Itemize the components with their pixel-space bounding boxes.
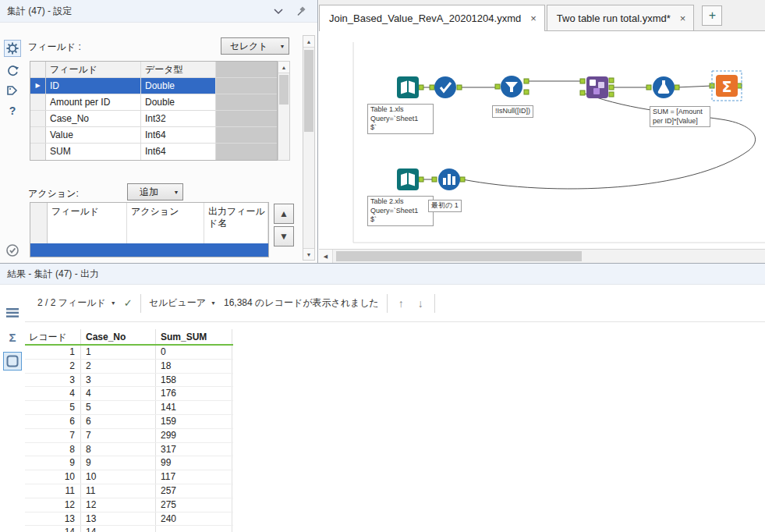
results-row[interactable]: 33158 [25, 374, 233, 388]
fields-table-scrollbar[interactable]: ▲ [278, 61, 290, 161]
move-up-button[interactable]: ▲ [274, 204, 294, 224]
record-number-cell: 1 [25, 346, 81, 359]
value-cell: 0 [156, 346, 232, 359]
field-name-cell: Amount per ID [46, 94, 141, 110]
value-cell: 99 [156, 456, 232, 470]
output-field-column-header: 出力フィールド名 [204, 203, 268, 243]
annotation-table1[interactable]: Table 1.xls Query=`Sheet1 $` [367, 104, 434, 134]
previous-record-button[interactable]: ↑ [395, 297, 407, 310]
configuration-scrollbar[interactable]: ▲ ▼ [303, 35, 315, 261]
value-cell: 9 [81, 456, 156, 470]
apply-check-icon[interactable] [4, 242, 21, 259]
filler-cell [216, 111, 277, 126]
value-cell: 6 [81, 415, 156, 428]
summarize-tool[interactable]: Σ [712, 71, 742, 101]
filler-cell [216, 144, 277, 160]
filter-tool[interactable] [501, 76, 522, 98]
workflow-canvas[interactable]: Σ Table 1. [319, 31, 765, 248]
scroll-left-icon[interactable]: ◀ [319, 250, 333, 263]
results-row[interactable]: 1414 [25, 526, 233, 532]
row-selector: ▶ [30, 78, 46, 94]
results-panel-header: 結果 - 集計 (47) - 出力 [0, 264, 765, 285]
annotation-formula[interactable]: SUM = [Amount per ID]*[Value] [650, 106, 710, 127]
results-toolbar: 2 / 2 フィールド ▼ ✓ セルビューア ▼ 16,384 のレコードが表示… [25, 285, 765, 322]
join-tool[interactable] [586, 76, 608, 98]
input-tool-table1[interactable] [397, 76, 419, 98]
field-name-cell: SUM [46, 144, 141, 160]
settings-gear-icon[interactable] [4, 40, 21, 57]
results-row[interactable]: 55141 [25, 401, 233, 415]
scroll-up-icon[interactable]: ▲ [278, 62, 289, 73]
value-cell: 317 [156, 443, 232, 456]
actions-table-selected-row[interactable] [30, 243, 268, 257]
up-arrow-icon: ▲ [279, 208, 289, 219]
refresh-icon[interactable] [4, 62, 21, 79]
scroll-down-icon[interactable]: ▼ [303, 248, 314, 260]
fields-label: フィールド : [28, 41, 81, 54]
input-tool-table2[interactable] [397, 168, 419, 190]
metadata-view-icon[interactable]: Σ [3, 328, 22, 346]
grid-view-icon[interactable] [3, 303, 22, 322]
results-row[interactable]: 88317 [25, 443, 233, 457]
pin-icon[interactable] [296, 6, 306, 17]
help-icon[interactable]: ? [4, 102, 21, 119]
fields-filter-dropdown[interactable]: 2 / 2 フィールド ▼ [37, 296, 116, 310]
scroll-up-icon[interactable]: ▲ [303, 36, 314, 48]
results-grid: レコード Case_No Sum_SUM 1102218331584417655… [25, 329, 233, 532]
record-number-cell: 2 [25, 360, 81, 373]
scrollbar-thumb[interactable] [279, 75, 289, 105]
collapse-chevron-icon[interactable] [274, 6, 285, 17]
value-cell: 13 [81, 512, 156, 526]
toolbar-divider [387, 294, 388, 313]
sum-sum-column-header[interactable]: Sum_SUM [156, 329, 232, 344]
browse-view-icon[interactable] [3, 352, 22, 371]
select-tool[interactable] [434, 76, 456, 98]
fields-table-row[interactable]: ValueInt64 [30, 127, 277, 144]
scrollbar-thumb[interactable] [304, 50, 313, 132]
results-row[interactable]: 44176 [25, 387, 233, 401]
fields-table-row[interactable]: SUMInt64 [30, 144, 277, 160]
canvas-horizontal-scrollbar[interactable]: ◀ [319, 249, 765, 263]
record-column-header: レコード [25, 329, 81, 344]
data-type-cell: Double [141, 78, 216, 94]
results-row[interactable]: 77299 [25, 429, 233, 443]
results-row[interactable]: 1212275 [25, 498, 233, 512]
annotation-tag-icon[interactable] [4, 82, 21, 99]
scrollbar-thumb[interactable] [336, 251, 582, 261]
tab-join-based-value[interactable]: Join_Based_Value_RevA_20201204.yxmd × [319, 5, 545, 31]
results-row[interactable]: 110 [25, 346, 233, 360]
close-icon[interactable]: × [530, 12, 537, 24]
formula-tool[interactable] [653, 76, 675, 98]
fields-table-row[interactable]: Case_NoInt32 [30, 111, 277, 127]
results-row[interactable]: 1111257 [25, 484, 233, 498]
fields-table-row[interactable]: Amount per IDDouble [30, 94, 277, 111]
results-row[interactable]: 1313240 [25, 512, 233, 527]
add-dropdown-button[interactable]: 追加 ▼ [127, 183, 183, 200]
next-record-button[interactable]: ↓ [415, 297, 427, 310]
filler-cell [216, 94, 277, 110]
tab-two-table-run-total[interactable]: Two table run total.yxmd* × [547, 5, 695, 30]
results-row[interactable]: 9999 [25, 456, 233, 470]
value-cell: 275 [156, 498, 232, 512]
configuration-panel-header: 集計 (47) - 設定 [0, 0, 317, 23]
fields-table-row[interactable]: ▶IDDouble [30, 78, 277, 94]
value-cell: 158 [156, 374, 232, 387]
annotation-filter[interactable]: !IsNull([ID]) [492, 105, 533, 118]
move-down-button[interactable]: ▼ [274, 226, 294, 246]
annotation-table2[interactable]: Table 2.xls Query=`Sheet1 $` [367, 196, 434, 226]
action-field-column-header: フィールド [48, 203, 127, 243]
case-no-column-header[interactable]: Case_No [81, 329, 156, 344]
apply-check-icon[interactable]: ✓ [124, 297, 133, 309]
cell-viewer-dropdown[interactable]: セルビューア ▼ [149, 296, 216, 310]
results-row[interactable]: 66159 [25, 415, 233, 429]
close-icon[interactable]: × [680, 12, 686, 24]
results-row[interactable]: 1010117 [25, 470, 233, 484]
record-number-cell: 4 [25, 387, 81, 400]
results-row[interactable]: 2218 [25, 360, 233, 374]
annotation-sample[interactable]: 最初の 1 [428, 200, 462, 212]
select-dropdown-button[interactable]: セレクト ▼ [221, 37, 289, 55]
value-cell: 2 [81, 360, 156, 373]
configuration-panel-title: 集計 (47) - 設定 [7, 0, 72, 23]
new-tab-button[interactable]: + [702, 5, 722, 26]
sample-tool[interactable] [438, 168, 460, 190]
